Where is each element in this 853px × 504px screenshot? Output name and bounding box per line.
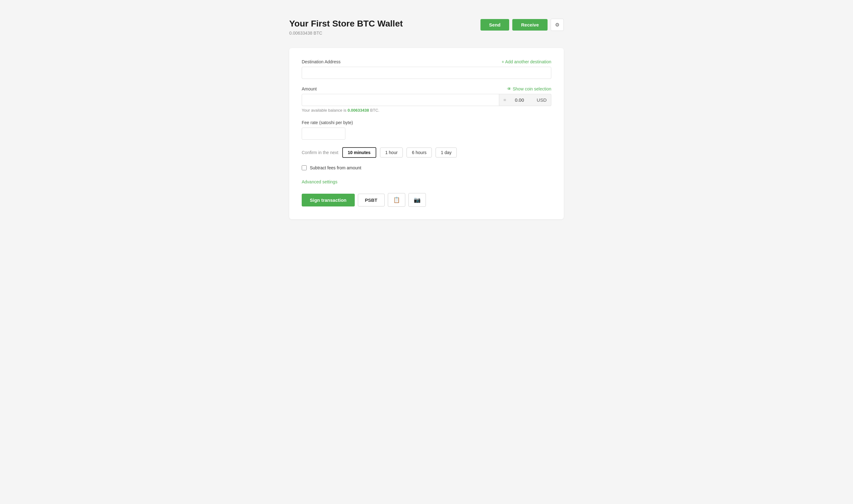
amount-equals: = [499, 94, 511, 106]
send-button[interactable]: Send [480, 19, 510, 31]
destination-address-field: Destination Address + Add another destin… [302, 59, 551, 79]
amount-input[interactable]: 0 [302, 94, 499, 106]
time-6-hours-button[interactable]: 6 hours [407, 147, 432, 158]
psbt-button[interactable]: PSBT [358, 194, 385, 206]
send-form: Destination Address + Add another destin… [289, 48, 564, 219]
subtract-fees-checkbox[interactable] [302, 165, 307, 170]
balance-hint-prefix: Your available balance is [302, 108, 346, 113]
eye-icon: 👁 [507, 86, 513, 91]
confirm-label: Confirm in the next [302, 150, 339, 155]
destination-field-header: Destination Address + Add another destin… [302, 59, 551, 64]
add-another-destination-link[interactable]: + Add another destination [502, 59, 551, 64]
camera-icon: 📷 [414, 197, 421, 203]
time-1-day-button[interactable]: 1 day [436, 147, 457, 158]
amount-input-row: 0 = 0.00 USD [302, 94, 551, 106]
amount-usd-value: 0.00 [511, 94, 532, 106]
copy-icon: 📋 [393, 197, 400, 203]
wallet-title: Your First Store BTC Wallet [289, 19, 403, 29]
camera-psbt-button[interactable]: 📷 [408, 193, 426, 207]
subtract-fees-label[interactable]: Subtract fees from amount [310, 165, 361, 170]
fee-rate-label: Fee rate (satoshi per byte) [302, 120, 353, 125]
receive-button[interactable]: Receive [512, 19, 548, 31]
balance-hint-suffix: BTC. [370, 108, 379, 113]
destination-address-label: Destination Address [302, 59, 341, 64]
bottom-actions: Sign transaction PSBT 📋 📷 [302, 193, 551, 207]
amount-currency: USD [532, 94, 551, 106]
available-balance: 0.00633438 [348, 108, 369, 113]
subtract-fees-row: Subtract fees from amount [302, 165, 551, 170]
balance-hint: Your available balance is 0.00633438 BTC… [302, 108, 551, 113]
wallet-info: Your First Store BTC Wallet 0.00633438 B… [289, 19, 403, 36]
gear-icon: ⚙ [555, 22, 559, 28]
amount-label: Amount [302, 86, 317, 91]
amount-field: Amount 👁 Show coin selection 0 = 0.00 US… [302, 86, 551, 113]
settings-button[interactable]: ⚙ [551, 19, 564, 31]
fee-rate-field: Fee rate (satoshi per byte) 100 [302, 120, 551, 140]
fee-rate-input[interactable]: 100 [302, 128, 345, 140]
time-1-hour-button[interactable]: 1 hour [380, 147, 403, 158]
sign-transaction-button[interactable]: Sign transaction [302, 194, 355, 206]
fee-rate-field-header: Fee rate (satoshi per byte) [302, 120, 551, 125]
wallet-balance: 0.00633438 BTC [289, 31, 403, 36]
destination-address-input[interactable] [302, 67, 551, 79]
amount-field-header: Amount 👁 Show coin selection [302, 86, 551, 91]
page-header: Your First Store BTC Wallet 0.00633438 B… [289, 19, 564, 36]
show-coin-selection-link[interactable]: 👁 Show coin selection [507, 86, 551, 91]
copy-psbt-button[interactable]: 📋 [388, 193, 405, 207]
advanced-settings-link[interactable]: Advanced settings [302, 179, 337, 184]
header-actions: Send Receive ⚙ [480, 19, 564, 31]
time-10-minutes-button[interactable]: 10 minutes [342, 147, 376, 158]
confirm-time-row: Confirm in the next 10 minutes 1 hour 6 … [302, 147, 551, 158]
page: Your First Store BTC Wallet 0.00633438 B… [277, 0, 576, 238]
